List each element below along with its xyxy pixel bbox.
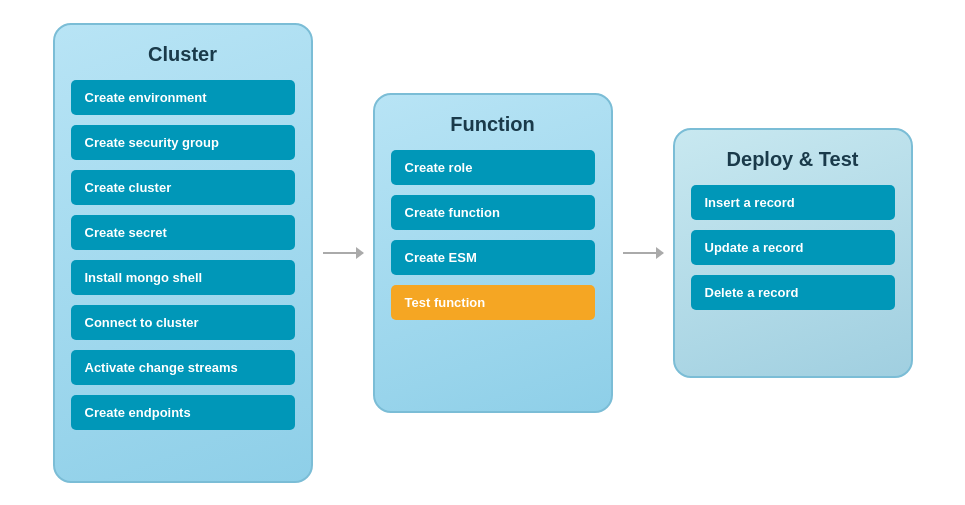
step-connect-to-cluster[interactable]: Connect to cluster xyxy=(71,305,295,340)
arrow-function-to-deploy xyxy=(613,252,673,254)
step-update-record[interactable]: Update a record xyxy=(691,230,895,265)
cluster-title: Cluster xyxy=(148,43,217,66)
step-create-esm[interactable]: Create ESM xyxy=(391,240,595,275)
step-create-environment[interactable]: Create environment xyxy=(71,80,295,115)
step-install-mongo-shell[interactable]: Install mongo shell xyxy=(71,260,295,295)
arrow-line-1 xyxy=(323,252,363,254)
step-activate-change-streams[interactable]: Activate change streams xyxy=(71,350,295,385)
step-create-endpoints[interactable]: Create endpoints xyxy=(71,395,295,430)
step-create-function[interactable]: Create function xyxy=(391,195,595,230)
deploy-panel: Deploy & Test Insert a record Update a r… xyxy=(673,128,913,378)
step-create-secret[interactable]: Create secret xyxy=(71,215,295,250)
step-create-role[interactable]: Create role xyxy=(391,150,595,185)
cluster-panel: Cluster Create environment Create securi… xyxy=(53,23,313,483)
function-panel: Function Create role Create function Cre… xyxy=(373,93,613,413)
deploy-title: Deploy & Test xyxy=(727,148,859,171)
function-title: Function xyxy=(450,113,534,136)
arrow-line-2 xyxy=(623,252,663,254)
step-test-function[interactable]: Test function xyxy=(391,285,595,320)
step-create-cluster[interactable]: Create cluster xyxy=(71,170,295,205)
step-create-security-group[interactable]: Create security group xyxy=(71,125,295,160)
arrow-cluster-to-function xyxy=(313,252,373,254)
diagram: Cluster Create environment Create securi… xyxy=(33,3,933,503)
step-insert-record[interactable]: Insert a record xyxy=(691,185,895,220)
step-delete-record[interactable]: Delete a record xyxy=(691,275,895,310)
